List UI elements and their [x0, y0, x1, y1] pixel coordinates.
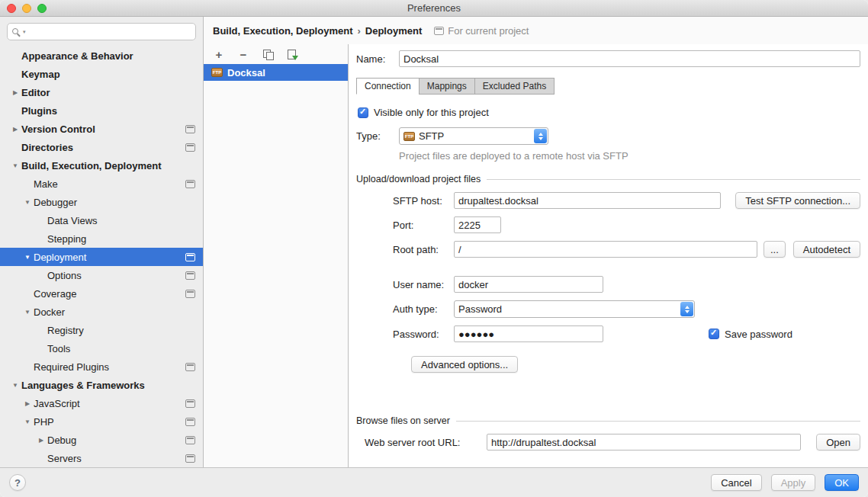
sidebar-item-label: Options [47, 270, 82, 281]
sidebar-item-editor[interactable]: ▶Editor [0, 83, 203, 101]
sftp-host-input[interactable] [454, 192, 721, 209]
breadcrumb-separator-icon: › [357, 25, 360, 37]
minimize-button[interactable] [22, 4, 31, 13]
sidebar-item-registry[interactable]: Registry [0, 321, 203, 339]
sidebar-item-coverage[interactable]: Coverage [0, 284, 203, 303]
sidebar-item-label: Keymap [21, 69, 60, 80]
chevron-down-icon[interactable]: ▼ [21, 309, 34, 316]
chevron-right-icon[interactable]: ▶ [21, 400, 34, 407]
add-server-button[interactable]: + [213, 48, 225, 60]
tab-connection[interactable]: Connection [356, 78, 420, 95]
visible-only-label: Visible only for this project [374, 107, 489, 118]
visible-only-checkbox[interactable] [358, 107, 368, 118]
chevron-down-icon[interactable]: ▼ [21, 254, 34, 261]
cancel-button[interactable]: Cancel [711, 474, 761, 491]
help-button[interactable]: ? [9, 474, 26, 491]
ok-button[interactable]: OK [825, 474, 859, 491]
type-dropdown[interactable]: FTP SFTP [399, 127, 548, 145]
sidebar-item-label: Editor [21, 87, 50, 98]
port-label: Port: [393, 220, 454, 231]
settings-search-input[interactable] [28, 27, 191, 37]
sidebar-item-label: Version Control [21, 123, 95, 135]
sidebar-item-label: Coverage [34, 288, 76, 300]
sftp-type-icon: FTP [403, 132, 415, 141]
scope-indicator: For current project [434, 25, 529, 37]
save-password-checkbox[interactable] [709, 329, 719, 339]
chevron-down-icon[interactable]: ▼ [9, 162, 21, 169]
sidebar-item-stepping[interactable]: Stepping [0, 229, 203, 248]
sidebar-item-appearance-behavior[interactable]: Appearance & Behavior [0, 46, 203, 65]
browse-root-path-button[interactable]: ... [764, 241, 786, 258]
test-sftp-connection-button[interactable]: Test SFTP connection... [735, 192, 860, 209]
sidebar-item-plugins[interactable]: Plugins [0, 101, 203, 120]
sidebar-item-label: Directories [21, 142, 73, 153]
project-settings-icon [185, 253, 195, 261]
copy-server-button[interactable] [262, 48, 274, 60]
settings-search-box[interactable]: ▾ [7, 23, 196, 40]
tab-mappings[interactable]: Mappings [419, 78, 475, 95]
root-path-input[interactable] [454, 241, 757, 258]
sidebar-item-tools[interactable]: Tools [0, 339, 203, 358]
sidebar-item-debugger[interactable]: ▼Debugger [0, 193, 203, 211]
browse-section-title: Browse files on server [356, 415, 450, 426]
chevron-right-icon[interactable]: ▶ [9, 89, 21, 96]
chevron-down-icon[interactable]: ▼ [9, 382, 21, 389]
name-input[interactable] [399, 50, 860, 67]
paste-server-button[interactable] [286, 48, 298, 60]
sidebar-item-servers[interactable]: Servers [0, 449, 203, 467]
sidebar-item-label: Required Plugins [34, 361, 109, 373]
breadcrumb: Build, Execution, Deployment › Deploymen… [204, 17, 868, 44]
scope-label: For current project [448, 25, 529, 37]
save-password-label: Save password [725, 329, 792, 340]
tab-excluded-paths[interactable]: Excluded Paths [474, 78, 555, 95]
sidebar-item-label: Registry [47, 325, 84, 336]
sidebar-item-php[interactable]: ▼PHP [0, 412, 203, 431]
dropdown-stepper-icon [534, 129, 547, 143]
sidebar-item-label: Stepping [47, 233, 86, 245]
port-input[interactable] [454, 216, 501, 233]
project-settings-icon [185, 436, 195, 444]
server-list-item-docksal[interactable]: FTP Docksal [204, 64, 348, 81]
user-name-input[interactable] [454, 276, 603, 293]
sidebar-item-required-plugins[interactable]: Required Plugins [0, 358, 203, 376]
sidebar-item-make[interactable]: Make [0, 175, 203, 193]
sidebar-item-languages-frameworks[interactable]: ▼Languages & Frameworks [0, 376, 203, 394]
sidebar-item-debug[interactable]: ▶Debug [0, 431, 203, 449]
apply-button[interactable]: Apply [771, 474, 816, 491]
open-button[interactable]: Open [816, 434, 860, 451]
sidebar-item-version-control[interactable]: ▶Version Control [0, 120, 203, 138]
sidebar-item-keymap[interactable]: Keymap [0, 65, 203, 83]
sidebar-item-label: Data Views [47, 215, 98, 226]
project-settings-icon [185, 418, 195, 426]
sidebar-item-javascript[interactable]: ▶JavaScript [0, 394, 203, 412]
chevron-down-icon[interactable]: ▼ [21, 199, 34, 206]
chevron-right-icon[interactable]: ▶ [35, 437, 47, 444]
project-settings-icon [185, 180, 195, 188]
web-root-input[interactable] [487, 434, 801, 451]
autodetect-button[interactable]: Autodetect [793, 241, 860, 258]
chevron-down-icon[interactable]: ▼ [21, 418, 34, 425]
preferences-window: Preferences ▾ Appearance & BehaviorKeyma… [0, 0, 868, 497]
chevron-right-icon[interactable]: ▶ [9, 126, 21, 133]
sidebar-item-label: Tools [47, 343, 70, 354]
sidebar-item-options[interactable]: Options [0, 266, 203, 284]
upload-section-header: Upload/download project files [356, 174, 860, 184]
remove-server-button[interactable]: − [237, 48, 249, 60]
sidebar-item-directories[interactable]: Directories [0, 138, 203, 156]
advanced-options-button[interactable]: Advanced options... [411, 356, 518, 373]
breadcrumb-parent[interactable]: Build, Execution, Deployment [213, 25, 352, 37]
search-icon [12, 27, 21, 37]
name-label: Name: [356, 53, 399, 65]
password-input[interactable] [454, 325, 603, 342]
auth-type-dropdown[interactable]: Password [454, 300, 695, 318]
zoom-button[interactable] [37, 4, 47, 13]
search-options-chevron-icon[interactable]: ▾ [23, 29, 26, 35]
sidebar-item-data-views[interactable]: Data Views [0, 211, 203, 229]
sidebar-item-deployment[interactable]: ▼Deployment [0, 248, 203, 266]
sidebar-item-docker[interactable]: ▼Docker [0, 303, 203, 321]
sidebar-item-build-execution-deployment[interactable]: ▼Build, Execution, Deployment [0, 156, 203, 175]
close-button[interactable] [7, 4, 16, 13]
project-settings-icon [185, 363, 195, 371]
sidebar-item-label: PHP [34, 416, 54, 428]
settings-sidebar: ▾ Appearance & BehaviorKeymap▶EditorPlug… [0, 17, 204, 467]
